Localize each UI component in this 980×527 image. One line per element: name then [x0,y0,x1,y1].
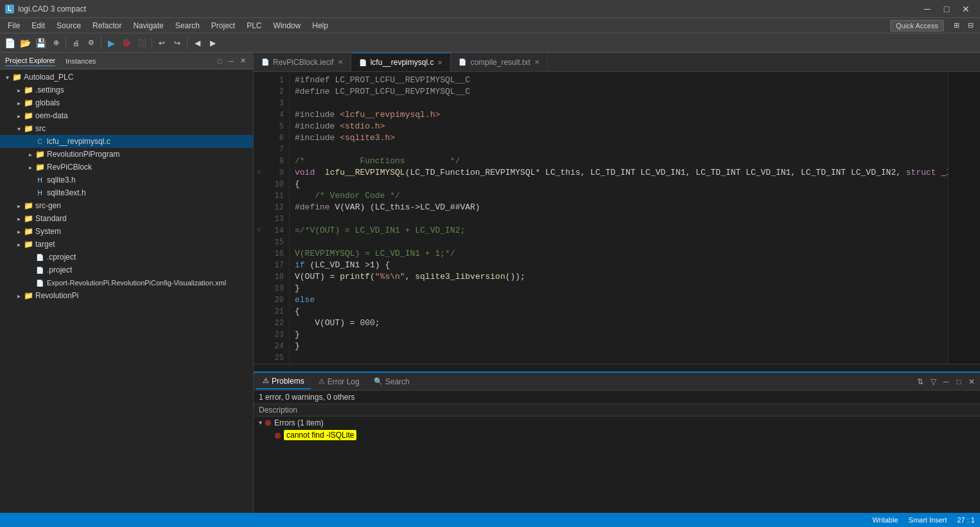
gutter-line [254,271,264,283]
toolbar-back[interactable]: ◀ [190,36,204,50]
code-token: sqlite3_libversion [415,272,505,281]
c-file-icon: C [35,136,45,147]
code-line: { [295,179,943,190]
sidebar-header: Project Explorer Instances □ ─ ✕ [0,53,253,69]
problems-group-errors[interactable]: ▾ ⊗ Errors (1 item) [254,416,980,429]
toolbar-undo[interactable]: ↩ [155,36,169,50]
menu-window[interactable]: Window [268,20,306,31]
bottom-filter[interactable]: ▽ [927,376,939,388]
gutter-line: = [254,167,264,179]
menu-navigate[interactable]: Navigate [128,20,168,31]
minimize-button[interactable]: ─ [918,2,936,16]
code-token: (LC_VD_IN1 >1) { [305,260,390,270]
maximize-button[interactable]: □ [938,2,956,16]
tree-item-globals[interactable]: 📁 globals [0,96,253,109]
line-number: 6 [269,132,284,144]
tab-compile[interactable]: 📄 compile_result.txt ✕ [451,53,547,71]
tree-item-target[interactable]: 📁 target [0,238,253,251]
code-line: { [295,306,943,317]
bottom-tab-search[interactable]: 🔍 Search [367,375,416,389]
code-editor[interactable]: == 1234567891011121314151617181920212223… [254,72,980,364]
line-number: 8 [269,156,284,167]
toolbar-save-all[interactable]: ⊕ [49,36,63,50]
tab-revpic[interactable]: 📄 RevPiCBlock.iecif ✕ [254,53,351,71]
line-number: 3 [269,98,284,109]
toolbar-run[interactable]: ▶ [104,36,118,50]
bottom-minimize[interactable]: ─ [940,376,952,388]
gutter-line [254,86,264,98]
tree-item-export[interactable]: 📄 Export-RevolutionPi.RevolutionPiConfig… [0,276,253,289]
toolbar-open[interactable]: 📂 [18,36,32,50]
bottom-sort[interactable]: ⇅ [914,376,926,388]
toolbar-icon-2[interactable]: ⊟ [963,19,977,33]
menu-file[interactable]: File [3,20,25,31]
tree-item-oemdata[interactable]: 📁 oem-data [0,109,253,122]
tree-item-srcgen[interactable]: 📁 src-gen [0,199,253,212]
toolbar-save[interactable]: 💾 [33,36,48,50]
menu-source[interactable]: Source [51,20,86,31]
tree-label-standard: Standard [35,214,67,223]
sidebar-tab-instances[interactable]: Instances [66,56,96,66]
menu-project[interactable]: Project [206,20,240,31]
tree-item-autoload[interactable]: 📁 Autoload_PLC [0,71,253,84]
folder-icon: 📁 [12,72,22,82]
toolbar-redo[interactable]: ↪ [170,36,184,50]
menu-help[interactable]: Help [307,20,333,31]
folder-icon: 📁 [23,226,33,237]
minimap [948,72,980,364]
sidebar-tab-explorer[interactable]: Project Explorer [5,55,55,66]
tree-item-src[interactable]: 📁 src [0,122,253,135]
code-token: <sqlite3.h> [340,133,395,143]
tab-lcfu[interactable]: 📄 lcfu__revpimysql.c ✕ [351,53,451,71]
close-button[interactable]: ✕ [957,2,975,16]
tree-item-revpi[interactable]: 📁 RevolutionPi [0,289,253,302]
tree-item-cproject[interactable]: 📄 .cproject [0,251,253,264]
code-line: #define LC_PROT_LCFU__REVPIMYSQL__C [295,86,943,98]
sidebar-minimize[interactable]: ─ [226,56,236,66]
code-content[interactable]: #ifndef LC_PROT_LCFU__REVPIMYSQL__C#defi… [290,72,948,364]
toolbar-print[interactable]: 🖨 [69,36,83,50]
tree-item-lcfu[interactable]: C lcfu__revpimysql.c [0,135,253,148]
gutter-line [254,75,264,86]
tree-item-system[interactable]: 📁 System [0,225,253,238]
code-line [295,352,943,364]
toolbar-settings[interactable]: ⚙ [84,36,98,50]
tree-item-revpiprogram[interactable]: 📁 RevolutionPiProgram [0,148,253,161]
line-number: 5 [269,121,284,132]
tree-item-project[interactable]: 📄 .project [0,264,253,276]
toolbar-new[interactable]: 📄 [3,36,17,50]
tab-close-revpic[interactable]: ✕ [338,58,343,66]
bottom-close[interactable]: ✕ [966,376,977,388]
tab-close-compile[interactable]: ✕ [534,58,539,66]
menu-search[interactable]: Search [170,20,205,31]
menu-refactor[interactable]: Refactor [87,20,127,31]
toolbar-stop[interactable]: ⬛ [135,36,149,50]
editor-scrollbar[interactable] [254,364,980,371]
code-line: #define V(VAR) (LC_this->LC_VD_##VAR) [295,202,943,213]
toolbar-icon-1[interactable]: ⊞ [949,19,963,33]
problems-error-item[interactable]: ⊗ cannot find -lSQLite [254,429,980,442]
tree-item-sqlite3h[interactable]: H sqlite3.h [0,174,253,186]
tree-item-revpicblock[interactable]: 📁 RevPiCBlock [0,161,253,174]
folder-icon: 📁 [23,98,33,108]
bottom-panel-controls: ⇅ ▽ ─ □ ✕ [914,376,977,388]
code-token: else [295,295,315,305]
bottom-maximize[interactable]: □ [953,376,965,388]
quick-access-button[interactable]: Quick Access [890,20,944,31]
sidebar-close[interactable]: ✕ [238,56,248,66]
bottom-tab-problems[interactable]: ⚠ Problems [256,374,311,389]
toolbar-forward[interactable]: ▶ [206,36,220,50]
tree-item-standard[interactable]: 📁 Standard [0,212,253,225]
sidebar-maximize[interactable]: □ [214,56,225,66]
tree-item-sqlite3exth[interactable]: H sqlite3ext.h [0,186,253,199]
status-position: 27 : 1 [957,516,975,524]
toolbar-debug[interactable]: 🐞 [119,36,134,50]
menu-edit[interactable]: Edit [26,20,50,31]
menu-plc[interactable]: PLC [241,20,267,31]
code-line: #ifndef LC_PROT_LCFU__REVPIMYSQL__C [295,75,943,86]
line-number: 18 [269,271,284,283]
tree-item-settings[interactable]: 📁 .settings [0,84,253,96]
bottom-tab-errorlog[interactable]: ⚠ Error Log [312,375,366,389]
code-line: #include <sqlite3.h> [295,132,943,144]
tab-close-lcfu[interactable]: ✕ [437,59,442,66]
